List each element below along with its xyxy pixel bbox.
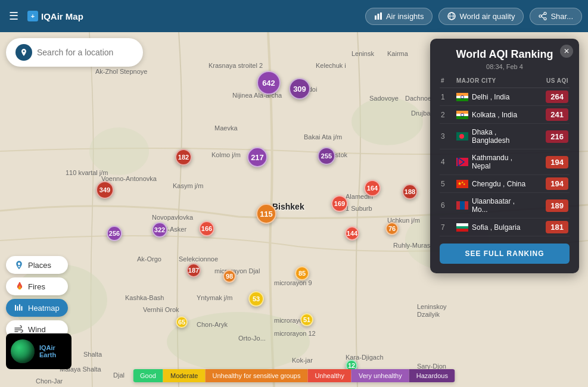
iq-prefix: IQAir — [39, 344, 55, 351]
legend-unhealthy: Unhealthy — [307, 369, 351, 382]
heatmap-button[interactable]: Heatmap — [6, 299, 68, 317]
col-aqi: US AQI — [533, 77, 568, 84]
aqi-bubble-b6[interactable]: 349 — [96, 181, 114, 199]
rank-num: 3 — [441, 132, 453, 141]
legend-good: Good — [133, 369, 163, 382]
legend: Good Moderate Unhealthy for sensitive gr… — [133, 369, 455, 382]
world-air-quality-button[interactable]: World air quality — [438, 8, 524, 25]
aqi-bubble-b18[interactable]: 85 — [295, 266, 309, 280]
aqi-bubble-b9[interactable]: 169 — [331, 195, 348, 212]
heatmap-icon — [14, 303, 24, 313]
city-cell: ★★★ Chengdu , China — [456, 180, 529, 188]
aqi-bubble-b7[interactable]: 164 — [364, 180, 381, 196]
earth-globe — [11, 339, 35, 363]
aqi-bubble-b1[interactable]: 642 — [257, 71, 281, 95]
aqi-bubble-b12[interactable]: 256 — [107, 226, 122, 241]
svg-rect-21 — [19, 304, 20, 311]
rank-num: 7 — [441, 223, 453, 232]
svg-point-32 — [459, 134, 464, 139]
svg-text:+: + — [31, 13, 35, 20]
aqi-bubble-b20[interactable]: 51 — [300, 313, 313, 326]
places-button[interactable]: Places — [6, 256, 68, 274]
rank-num: 6 — [441, 201, 453, 210]
svg-rect-42 — [456, 201, 460, 210]
aqi-bubble-b19[interactable]: 53 — [248, 291, 264, 307]
aqi-bubble-b21[interactable]: 65 — [176, 316, 188, 328]
rank-num: 2 — [441, 111, 453, 119]
svg-rect-19 — [15, 305, 16, 311]
svg-rect-20 — [17, 306, 18, 311]
city-cell: Kolkata , India — [456, 111, 529, 119]
aqi-bubble-b8[interactable]: 188 — [402, 184, 418, 199]
ranking-row-2[interactable]: 2 Kolkata , India 241 — [440, 106, 570, 124]
aqi-value: 216 — [546, 130, 568, 143]
air-insights-button[interactable]: Air insights — [365, 8, 433, 25]
aqi-value: 264 — [546, 90, 568, 103]
aqi-bubble-b2[interactable]: 309 — [289, 78, 310, 99]
earth-widget[interactable]: IQAir Earth — [6, 333, 71, 369]
svg-point-10 — [539, 15, 542, 17]
heatmap-label: Heatmap — [28, 304, 60, 313]
aqi-bubble-b3[interactable]: 217 — [247, 147, 267, 167]
ranking-row-1[interactable]: 1 Delhi , India 264 — [440, 88, 570, 106]
city-name: Kolkata , India — [472, 111, 517, 119]
ranking-header: # MAJOR CITY US AQI — [440, 77, 570, 88]
share-button[interactable]: Shar... — [530, 8, 582, 25]
aqi-value: 194 — [546, 177, 568, 190]
ranking-title: World AQI Ranking — [440, 48, 570, 61]
flag-icon — [456, 201, 468, 210]
world-air-quality-label: World air quality — [459, 12, 515, 21]
flag-icon — [456, 132, 468, 141]
city-cell: Kathmandu , Nepal — [456, 154, 529, 170]
svg-rect-24 — [456, 96, 468, 98]
ranking-close-button[interactable]: ✕ — [560, 45, 573, 58]
fire-icon — [14, 282, 24, 291]
aqi-value: 241 — [546, 108, 568, 121]
col-num: # — [441, 77, 453, 84]
aqi-bubble-b10[interactable]: 115 — [256, 204, 276, 224]
city-name: Sofia , Bulgaria — [472, 223, 520, 232]
ranking-row-5[interactable]: 5 ★★★ Chengdu , China 194 — [440, 175, 570, 193]
logo: + IQAir Map — [27, 11, 83, 21]
logo-text: IQAir Map — [41, 11, 83, 21]
aqi-bubble-b14[interactable]: 144 — [345, 226, 359, 241]
share-icon — [539, 12, 547, 20]
rank-num: 4 — [441, 158, 453, 166]
svg-point-9 — [544, 18, 546, 20]
svg-rect-4 — [380, 13, 382, 20]
svg-point-16 — [89, 127, 149, 175]
see-full-ranking-button[interactable]: SEE FULL RANKING — [440, 244, 570, 264]
search-input[interactable] — [37, 48, 133, 57]
location-icon — [20, 48, 28, 57]
ranking-row-6[interactable]: 6 Ulaanbaatar , Mo... 189 — [440, 193, 570, 219]
ranking-row-3[interactable]: 3 Dhaka , Bangladesh 216 — [440, 124, 570, 149]
flag-icon — [456, 93, 468, 101]
ranking-row-4[interactable]: 4 Kathmandu , Nepal 194 — [440, 149, 570, 175]
svg-point-8 — [544, 13, 546, 15]
city-cell: Delhi , India — [456, 93, 529, 101]
aqi-bubble-b15[interactable]: 76 — [385, 222, 399, 235]
city-cell: Ulaanbaatar , Mo... — [456, 197, 529, 214]
fires-button[interactable]: Fires — [6, 277, 68, 295]
city-cell: Dhaka , Bangladesh — [456, 128, 529, 145]
location-dot — [15, 44, 32, 61]
aqi-value: 181 — [546, 221, 568, 233]
ranking-panel: ✕ World AQI Ranking 08:34, Feb 4 # MAJOR… — [430, 39, 579, 273]
aqi-bubble-b17[interactable]: 98 — [223, 270, 236, 283]
aqi-value: 194 — [546, 156, 568, 168]
flag-icon — [456, 158, 468, 166]
aqi-bubble-b5[interactable]: 182 — [175, 149, 192, 166]
svg-rect-2 — [375, 15, 377, 20]
aqi-bubble-b16[interactable]: 187 — [186, 263, 201, 277]
flag-icon: ★★★ — [456, 180, 468, 188]
earth-text: IQAir Earth — [39, 344, 56, 358]
aqi-bubble-b13[interactable]: 322 — [152, 222, 167, 238]
aqi-bubble-b4[interactable]: 255 — [318, 147, 335, 165]
fires-label: Fires — [28, 282, 45, 291]
ranking-row-7[interactable]: 7 Sofia , Bulgaria 181 — [440, 219, 570, 236]
aqi-bubble-b11[interactable]: 166 — [199, 221, 214, 236]
legend-hazardous: Hazardous — [409, 369, 455, 382]
rank-num: 1 — [441, 93, 453, 101]
menu-icon[interactable]: ☰ — [6, 7, 21, 26]
ranking-rows: 1 Delhi , India 264 2 Kolkata , India 24… — [440, 88, 570, 236]
